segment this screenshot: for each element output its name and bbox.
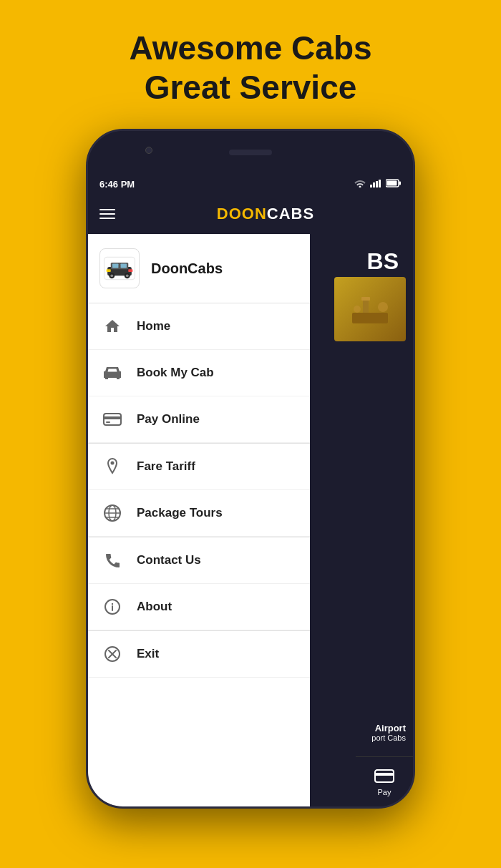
svg-point-20 [110, 275, 113, 278]
svg-rect-12 [375, 770, 394, 782]
drawer-brand-name: DoonCabs [151, 260, 223, 277]
status-time: 6:46 PM [99, 179, 135, 190]
headline-line1: Awesome Cabs [129, 29, 371, 67]
hamburger-line1 [99, 209, 115, 210]
app-title-doon: DOON [217, 205, 267, 223]
exit-icon [102, 644, 122, 664]
contact-us-icon [102, 550, 122, 570]
hamburger-line2 [99, 213, 115, 215]
svg-rect-7 [352, 313, 388, 323]
phone-camera [145, 147, 152, 154]
headline-line2: Great Service [145, 69, 357, 106]
menu-label-contact-us: Contact Us [137, 553, 201, 567]
drawer-logo [99, 248, 140, 288]
drawer-header: DoonCabs [88, 234, 310, 303]
app-bar: DOONCABS [88, 194, 413, 234]
svg-point-10 [354, 306, 361, 313]
svg-rect-6 [387, 181, 397, 186]
svg-rect-1 [373, 182, 375, 187]
menu-label-book-cab: Book My Cab [137, 366, 214, 380]
menu-label-pay-online: Pay Online [137, 412, 200, 426]
app-title: DOONCABS [130, 205, 402, 223]
package-tours-icon [102, 503, 122, 523]
app-title-cabs: CABS [267, 205, 314, 223]
svg-point-11 [378, 302, 388, 312]
svg-point-26 [116, 374, 119, 377]
svg-rect-28 [104, 416, 121, 419]
svg-rect-13 [375, 773, 394, 776]
background-thumbnail [334, 277, 406, 341]
background-caption: Airport port Cabs [371, 723, 406, 742]
menu-item-contact-us[interactable]: Contact Us [88, 537, 310, 584]
menu-item-pay-online[interactable]: Pay Online [88, 396, 310, 443]
headline: Awesome Cabs Great Service [129, 29, 371, 107]
menu-label-fare-tariff: Fare Tariff [137, 459, 195, 474]
menu-item-fare-tariff[interactable]: Fare Tariff [88, 444, 310, 490]
status-icons [354, 177, 402, 190]
svg-rect-2 [376, 181, 378, 187]
hamburger-menu-button[interactable] [99, 209, 115, 219]
phone-device: 6:46 PM [86, 129, 415, 809]
fare-tariff-icon [102, 457, 122, 477]
about-icon [102, 597, 122, 617]
pay-online-icon [102, 409, 122, 429]
menu-item-home[interactable]: Home [88, 303, 310, 350]
phone-top-bar [88, 131, 413, 174]
pay-icon [374, 767, 394, 786]
svg-rect-29 [106, 421, 110, 423]
menu-label-about: About [137, 600, 172, 614]
nav-drawer: DoonCabs Home [88, 234, 310, 806]
svg-rect-17 [112, 264, 118, 268]
battery-icon [386, 177, 402, 190]
menu-item-package-tours[interactable]: Package Tours [88, 490, 310, 537]
content-area: BS Airport port Cabs [88, 234, 413, 806]
svg-rect-18 [121, 264, 127, 268]
signal-icon [370, 178, 381, 190]
menu-label-home: Home [137, 319, 170, 333]
svg-point-22 [126, 275, 129, 278]
home-icon [102, 316, 122, 336]
status-bar: 6:46 PM [88, 174, 413, 194]
drawer-menu: Home Book My Cab [88, 303, 310, 806]
svg-rect-23 [107, 270, 111, 273]
svg-rect-0 [370, 185, 372, 187]
svg-point-25 [106, 374, 109, 377]
svg-rect-24 [128, 270, 132, 273]
svg-point-30 [111, 462, 115, 465]
phone-speaker [229, 150, 272, 155]
pay-label: Pay [378, 788, 391, 796]
svg-point-38 [112, 603, 113, 605]
pay-nav-area[interactable]: Pay [356, 756, 413, 806]
menu-label-exit: Exit [137, 647, 159, 661]
svg-rect-5 [399, 182, 402, 185]
svg-rect-3 [379, 180, 381, 187]
wifi-icon [354, 178, 366, 190]
menu-item-about[interactable]: About [88, 584, 310, 630]
cab-icon [102, 363, 122, 383]
menu-label-package-tours: Package Tours [137, 506, 223, 520]
menu-item-book-cab[interactable]: Book My Cab [88, 350, 310, 396]
menu-item-exit[interactable]: Exit [88, 631, 310, 678]
hamburger-line3 [99, 218, 115, 219]
svg-rect-9 [361, 297, 370, 301]
main-content-text: BS [367, 248, 399, 275]
